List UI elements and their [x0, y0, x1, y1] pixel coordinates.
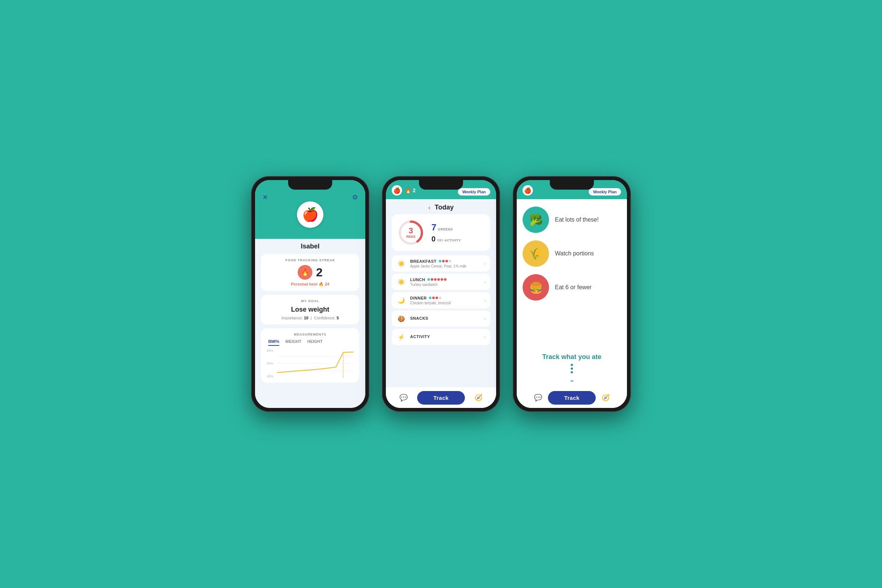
flame-icon: 🔥: [298, 265, 312, 280]
stats-right: 7 GREENS 0 min ACTIVITY: [432, 222, 461, 243]
guide-circle-red: 🍔: [523, 274, 549, 301]
chart-svg: [277, 349, 354, 378]
measurements-label: MEASUREMENTS: [267, 333, 354, 336]
meal-info-activity: ACTIVITY: [410, 334, 480, 340]
bottom-bar-today: 💬 Track 🧭: [386, 387, 496, 408]
streak-card: FOOD TRACKING STREAK 🔥 2 Personal best 🔥…: [261, 254, 359, 291]
weekly-plan-button[interactable]: Weekly Plan: [589, 188, 621, 195]
today-title: Today: [435, 204, 454, 212]
compass-icon[interactable]: 🧭: [472, 391, 485, 404]
lunch-icon: ☀️: [396, 277, 406, 287]
bottom-bar-guide: 💬 Track 🧭: [523, 387, 621, 408]
chevron-right-icon: ›: [484, 261, 486, 266]
meal-info-lunch: LUNCH Turkey sandwich: [410, 278, 480, 286]
guide-item-reds: 🍔 Eat 6 or fewer: [523, 274, 621, 301]
goal-meta: Importance: 10 | Confidence: 5: [267, 316, 354, 320]
activity-icon: ⚡: [396, 332, 406, 342]
breakfast-icon: ☀️: [396, 258, 406, 268]
chevron-right-icon: ›: [484, 334, 486, 340]
today-nav: ‹ Today: [386, 199, 496, 214]
track-cta-title: Track what you ate: [523, 353, 621, 361]
guide-text-reds: Eat 6 or fewer: [555, 284, 592, 291]
meal-activity[interactable]: ⚡ ACTIVITY ›: [392, 329, 490, 345]
gear-icon[interactable]: ⚙: [352, 193, 358, 201]
guide-circle-yellow: 🌾: [523, 240, 549, 267]
notch: [288, 180, 332, 190]
chat-icon[interactable]: 💬: [531, 391, 544, 404]
goal-label: MY GOAL: [267, 299, 354, 303]
notch: [419, 180, 463, 190]
goal-title: Lose weight: [267, 306, 354, 314]
streak-badge: 🔥 2: [405, 188, 416, 193]
back-arrow-icon[interactable]: ‹: [429, 204, 430, 211]
phone-profile: ✕ ⚙ 🍎 Isabel FOOD TRACKING STREAK 🔥 2 P: [251, 176, 369, 412]
phone-today: 🍎 🔥 2 Weekly Plan ‹ Today: [382, 176, 500, 412]
apple-icon: 🍎: [392, 185, 402, 195]
reds-circle: 3 REDS: [398, 219, 424, 246]
apple-icon: 🍎: [523, 185, 533, 195]
meal-info-breakfast: BREAKFAST Apple Jacks Cereal, Pear, 1% m…: [410, 259, 480, 268]
compass-icon[interactable]: 🧭: [599, 391, 612, 404]
measurements-tabs: BMI% WEIGHT HEIGHT: [267, 339, 354, 346]
profile-body: Isabel FOOD TRACKING STREAK 🔥 2 Personal…: [255, 239, 365, 408]
meal-snacks[interactable]: 🍪 SNACKS ›: [392, 310, 490, 327]
phone-food-guide: 🍎 Weekly Plan 🥦 Eat lots of these! 🌾 Wat…: [513, 176, 631, 412]
weekly-plan-button[interactable]: Weekly Plan: [458, 188, 490, 195]
guide-item-portions: 🌾 Watch portions: [523, 240, 621, 267]
meals-list: ☀️ BREAKFAST Appl: [386, 255, 496, 387]
guide-text-portions: Watch portions: [555, 250, 594, 257]
track-button[interactable]: Track: [417, 391, 465, 405]
track-button[interactable]: Track: [548, 391, 596, 405]
guide-text-greens: Eat lots of these!: [555, 216, 598, 223]
close-icon[interactable]: ✕: [262, 193, 268, 201]
guide-circle-green: 🥦: [523, 207, 549, 233]
chevron-right-icon: ›: [484, 297, 486, 303]
tab-height[interactable]: HEIGHT: [307, 339, 322, 346]
food-guide-items: 🥦 Eat lots of these! 🌾 Watch portions 🍔 …: [523, 207, 621, 347]
arrow-down-dotted: ⌄: [523, 364, 621, 384]
guide-item-greens: 🥦 Eat lots of these!: [523, 207, 621, 233]
meal-info-snacks: SNACKS: [410, 316, 480, 321]
goal-card: MY GOAL Lose weight Importance: 10 | Con…: [261, 295, 359, 324]
chevron-right-icon: ›: [484, 279, 486, 285]
meal-lunch[interactable]: ☀️ LUNCH: [392, 274, 490, 290]
dinner-icon: 🌙: [396, 295, 406, 305]
food-guide-body: 🥦 Eat lots of these! 🌾 Watch portions 🍔 …: [517, 199, 627, 408]
streak-label: FOOD TRACKING STREAK: [267, 258, 354, 262]
today-body: ‹ Today 3 REDS: [386, 199, 496, 408]
notch: [550, 180, 594, 190]
measurements-card: MEASUREMENTS BMI% WEIGHT HEIGHT 80% 60% …: [261, 328, 359, 382]
meal-breakfast[interactable]: ☀️ BREAKFAST Appl: [392, 255, 490, 272]
track-cta: Track what you ate ⌄: [523, 347, 621, 387]
meal-dinner[interactable]: 🌙 DINNER Chicken: [392, 292, 490, 308]
tab-weight[interactable]: WEIGHT: [285, 339, 302, 346]
avatar: 🍎: [297, 201, 323, 228]
snacks-icon: 🍪: [396, 314, 406, 324]
user-name: Isabel: [261, 243, 359, 250]
tab-bmi[interactable]: BMI%: [268, 339, 279, 346]
chart-area: 80% 60% 40%: [267, 349, 354, 378]
phones-container: ✕ ⚙ 🍎 Isabel FOOD TRACKING STREAK 🔥 2 P: [251, 176, 631, 412]
chevron-right-icon: ›: [484, 316, 486, 322]
meal-info-dinner: DINNER Chicken teriyaki, broccoli: [410, 296, 480, 305]
streak-count: 2: [316, 266, 322, 279]
chat-icon[interactable]: 💬: [397, 391, 410, 404]
stats-card: 3 REDS 7 GREENS 0 min ACTIVITY: [392, 214, 490, 251]
personal-best: Personal best 🔥 24: [267, 282, 354, 286]
